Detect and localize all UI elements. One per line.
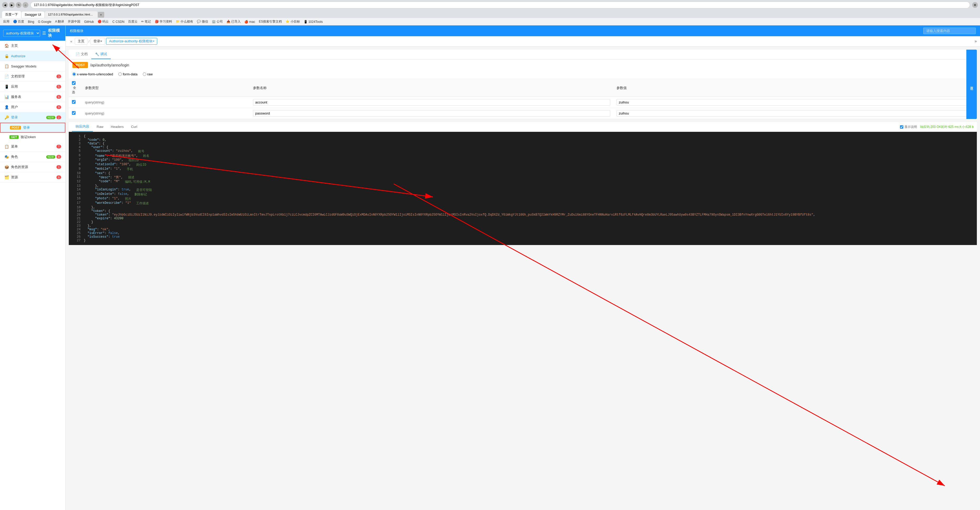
bookmark-baiduyun[interactable]: 百度云 xyxy=(127,19,138,24)
show-desc-label: 显示说明 xyxy=(904,125,917,129)
resp-tab-headers[interactable]: Headers xyxy=(107,123,127,131)
sidebar-item-menus[interactable]: 📋 菜单 7 xyxy=(0,142,65,152)
bookmark-mayun[interactable]: 🔴 码云 xyxy=(97,19,110,24)
main-header: 权限模块 xyxy=(65,26,980,36)
bookmark-mac[interactable]: 🍎 mac xyxy=(243,19,256,24)
code-line: 13 }, xyxy=(72,184,974,188)
bookmark-bing[interactable]: Bing xyxy=(27,19,35,24)
code-line: 26 "isSuccess": true xyxy=(72,235,974,239)
show-desc-checkbox[interactable] xyxy=(900,125,904,129)
code-line: 2 "code": 0, xyxy=(72,138,974,142)
code-line: 7 "orgId": "100", 组织ID xyxy=(72,158,974,163)
sidebar-item-roles[interactable]: 🎭 角色 NEW 8 xyxy=(0,152,65,162)
sidebar-item-home[interactable]: 🏠 主页 xyxy=(0,41,65,51)
bookmark-company[interactable]: 🏢 公司 xyxy=(211,19,224,24)
sidebar-item-users[interactable]: 👤 用户 9 xyxy=(0,102,65,112)
radio-formdata[interactable]: form-data xyxy=(118,72,137,76)
sidebar-subitem-get-token[interactable]: GET 验证token xyxy=(0,132,65,142)
radio-urlencoded-input[interactable] xyxy=(72,72,76,76)
bookmark-es[interactable]: ES搜索引擎文档 xyxy=(258,19,283,24)
resp-tab-raw[interactable]: Raw xyxy=(93,123,107,131)
sidebar-item-login[interactable]: 🔑 登录 NEW 2 xyxy=(0,112,65,123)
resources-icon: 🗂️ xyxy=(4,175,9,180)
show-desc-toggle[interactable]: 显示说明 xyxy=(900,125,917,129)
nav-label-users: 用户 xyxy=(11,105,56,110)
address-bar[interactable] xyxy=(30,2,970,8)
tab-doc[interactable]: 📄 文档 xyxy=(72,49,91,59)
breadcrumb-home[interactable]: 主页 xyxy=(75,38,88,45)
home-button[interactable]: ⌂ xyxy=(22,2,29,8)
home-icon: 🏠 xyxy=(4,43,9,48)
menu-icon[interactable]: ☰ xyxy=(42,31,46,36)
row1-value xyxy=(613,97,977,108)
send-button[interactable]: 发送 xyxy=(966,49,977,119)
bookmark-apps[interactable]: 应用 xyxy=(2,19,11,24)
bookmark-import[interactable]: 📥 已导入 xyxy=(226,19,242,24)
browser-tab-baidu[interactable]: 百度一下 xyxy=(2,11,21,18)
row1-name-input[interactable] xyxy=(253,99,610,105)
expand-button[interactable]: » xyxy=(975,39,977,44)
tab-login[interactable]: 登录× xyxy=(91,38,105,45)
sidebar-item-authorize[interactable]: 🔒 Authorize xyxy=(0,51,65,61)
col-param-type: 参数类型 xyxy=(82,79,250,97)
back-button[interactable]: ◀ xyxy=(2,2,8,8)
radio-raw-input[interactable] xyxy=(143,72,146,76)
main-search-input[interactable] xyxy=(923,27,976,34)
row2-name xyxy=(250,108,613,119)
module-select[interactable]: authority-权限模块 xyxy=(3,30,40,37)
nav-label-service: 服务表 xyxy=(11,94,56,99)
badge-login-new: NEW xyxy=(46,116,56,119)
bookmark-translate[interactable]: A 翻译 xyxy=(54,19,65,24)
bookmark-notes[interactable]: ✏ 笔记 xyxy=(140,19,152,24)
code-line: 8 "stationId": "100", 岗位ID xyxy=(72,163,974,167)
sidebar-header: authority-权限模块 ☰ 权限模块 xyxy=(0,26,65,41)
browser-tab-swagger[interactable]: Swagger UI xyxy=(22,11,45,18)
code-line: 6 "name": "最后的演示账号", 姓名 xyxy=(72,154,974,158)
sidebar-item-docmanage[interactable]: 📄 文档管理 3 xyxy=(0,72,65,82)
settings-button[interactable]: ⚙ xyxy=(972,2,978,8)
radio-formdata-input[interactable] xyxy=(118,72,122,76)
bookmark-wechat[interactable]: 💬 微信 xyxy=(196,19,209,24)
bookmark-target[interactable]: ⭐ 小目标 xyxy=(285,19,301,24)
resp-tab-content[interactable]: 响应内容 xyxy=(72,122,93,132)
sidebar-item-swagger[interactable]: 📋 Swagger Models xyxy=(0,61,65,72)
bookmark-all[interactable]: 📁 什么都有 xyxy=(175,19,194,24)
badge-users: 9 xyxy=(56,105,61,109)
bookmark-opensource[interactable]: 开源中国 xyxy=(67,19,81,24)
new-tab-button[interactable]: + xyxy=(98,12,104,18)
row2-value-input[interactable] xyxy=(617,110,974,116)
nav-label-role-resources: 角色的资源 xyxy=(11,165,56,169)
forward-button[interactable]: ▶ xyxy=(9,2,15,8)
sidebar-item-apps[interactable]: 📱 应用 5 xyxy=(0,82,65,92)
row2-name-input[interactable] xyxy=(253,110,610,116)
sidebar-item-service[interactable]: 📊 服务表 6 xyxy=(0,92,65,102)
refresh-button[interactable]: ↻ xyxy=(16,2,22,8)
row2-checkbox[interactable] xyxy=(72,111,76,115)
row1-checkbox[interactable] xyxy=(72,100,76,104)
bookmark-google[interactable]: G Google xyxy=(37,19,52,24)
collapse-sidebar-button[interactable]: « xyxy=(69,39,74,44)
tab-debug[interactable]: 🔧 调试 xyxy=(91,49,111,59)
bookmark-csdn[interactable]: C CSDN xyxy=(111,19,126,24)
bookmark-1024[interactable]: 📱 1024Tools xyxy=(302,19,324,24)
resp-tab-curl[interactable]: Curl xyxy=(127,123,141,131)
table-row: query(string) xyxy=(69,97,977,108)
browser-tab-active[interactable]: 127.0.0.1:8760/api/gate/doc.html#/author… xyxy=(45,11,97,18)
radio-raw[interactable]: raw xyxy=(143,72,153,76)
bookmark-study[interactable]: 🎒 学习资料 xyxy=(154,19,173,24)
row1-value-input[interactable] xyxy=(617,99,974,105)
nav-label-docmanage: 文档管理 xyxy=(11,74,56,79)
radio-urlencoded[interactable]: x-www-form-urlencoded xyxy=(72,72,113,76)
sidebar-item-resources[interactable]: 🗂️ 资源 6 xyxy=(0,172,65,183)
badge-roles: 8 xyxy=(56,155,61,159)
bookmark-github[interactable]: GitHub xyxy=(83,19,95,24)
select-all-checkbox[interactable] xyxy=(72,81,76,85)
code-viewer: 1 { 2 "code": 0, 3 "data": { 4 "user": { xyxy=(69,132,977,245)
code-line: 27 } xyxy=(72,239,974,242)
bookmark-baidu[interactable]: 🔵 百度 xyxy=(12,19,25,24)
sidebar-item-role-resources[interactable]: 📦 角色的资源 1 xyxy=(0,162,65,172)
col-param-value: 参数值 xyxy=(613,79,977,97)
sidebar-subitem-post-login[interactable]: POST 登录 xyxy=(0,123,65,132)
code-line: 17 "workDescribe": "1" 工作描述 xyxy=(72,201,974,206)
tab-authorize[interactable]: Authorize-authority-权限模块× xyxy=(106,38,157,45)
